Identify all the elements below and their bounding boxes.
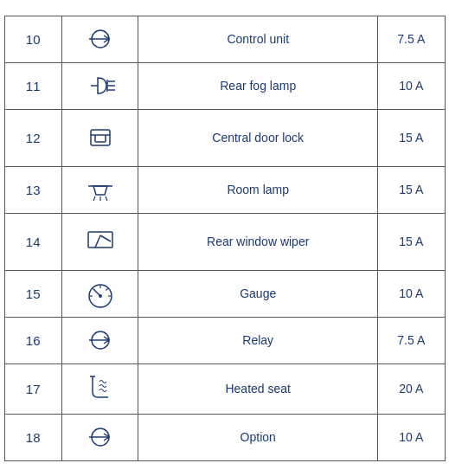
row-label: Heated seat [138,363,378,414]
table-row: 11 Rear fog lamp 10 A [4,62,445,109]
option-icon [66,425,135,449]
row-amperage: 10 A [378,414,445,460]
row-number: 10 [4,16,61,62]
rear-window-wiper-icon [66,228,135,254]
relay-icon [66,328,135,352]
table-row: 14 Rear window wiper 15 A [4,213,445,270]
table-row: 12 Central door lock 15 A [4,109,445,166]
row-number: 16 [4,317,61,363]
icon-cell [61,109,138,166]
table-row: 10 Control unit 7.5 A [4,16,445,62]
heated-seat-icon [66,373,135,404]
row-label: Gauge [138,270,378,317]
row-amperage: 15 A [378,109,445,166]
row-label: Control unit [138,16,378,62]
icon-cell [61,317,138,363]
room-lamp-icon [66,177,135,202]
row-amperage: 7.5 A [378,16,445,62]
row-number: 18 [4,414,61,460]
svg-rect-8 [95,135,106,142]
icon-cell [61,414,138,460]
row-label: Option [138,414,378,460]
icon-cell [61,166,138,213]
svg-line-16 [95,235,100,248]
svg-line-17 [100,235,111,241]
gauge-icon [66,279,135,308]
row-label: Rear window wiper [138,213,378,270]
icon-cell [61,213,138,270]
table-row: 17 Heated seat 20 A [4,363,445,414]
icon-cell [61,270,138,317]
svg-point-25 [99,294,102,298]
svg-line-23 [106,289,107,291]
row-label: Central door lock [138,109,378,166]
row-number: 15 [4,270,61,317]
row-label: Rear fog lamp [138,62,378,109]
row-label: Room lamp [138,166,378,213]
svg-rect-7 [91,130,110,145]
row-number: 13 [4,166,61,213]
row-number: 12 [4,109,61,166]
table-row: 15 Gauge 10 A [4,270,445,317]
table-row: 13 Room lamp 15 A [4,166,445,213]
table-row: 18 Option 10 A [4,414,445,460]
row-number: 11 [4,62,61,109]
row-amperage: 10 A [378,62,445,109]
control-unit-icon [66,27,135,51]
rear-fog-lamp-icon [66,74,135,98]
row-amperage: 15 A [378,213,445,270]
row-amperage: 10 A [378,270,445,317]
row-number: 17 [4,363,61,414]
row-amperage: 20 A [378,363,445,414]
icon-cell [61,62,138,109]
icon-cell [61,363,138,414]
svg-line-14 [106,196,107,201]
icon-cell [61,16,138,62]
central-door-lock-icon [66,125,135,151]
row-number: 14 [4,213,61,270]
row-amperage: 7.5 A [378,317,445,363]
row-label: Relay [138,317,378,363]
svg-line-12 [93,196,95,201]
row-amperage: 15 A [378,166,445,213]
table-row: 16 Relay 7.5 A [4,317,445,363]
